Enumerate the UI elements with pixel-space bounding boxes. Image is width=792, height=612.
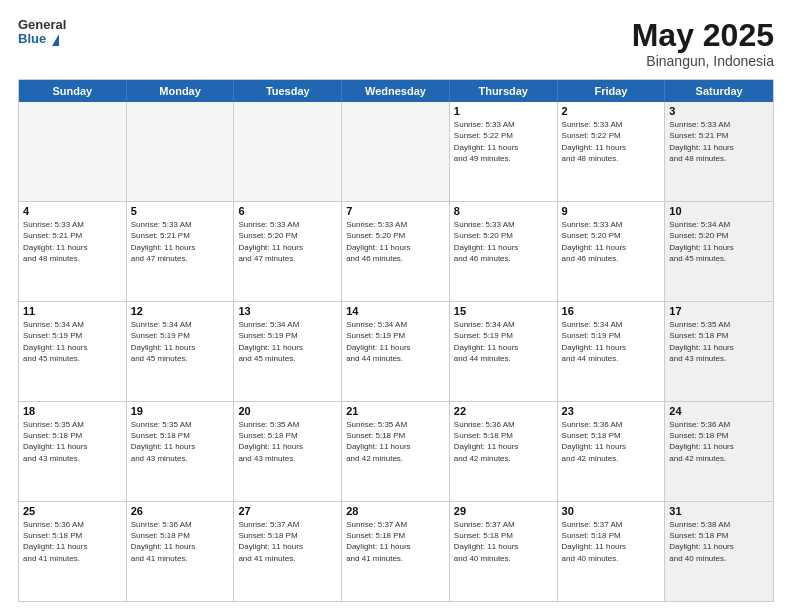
day-info: Sunrise: 5:35 AM Sunset: 5:18 PM Dayligh… [23, 419, 122, 464]
day-number: 28 [346, 505, 445, 517]
day-info: Sunrise: 5:34 AM Sunset: 5:20 PM Dayligh… [669, 219, 769, 264]
day-info: Sunrise: 5:34 AM Sunset: 5:19 PM Dayligh… [346, 319, 445, 364]
day-number: 30 [562, 505, 661, 517]
day-cell-6: 6Sunrise: 5:33 AM Sunset: 5:20 PM Daylig… [234, 202, 342, 301]
day-number: 5 [131, 205, 230, 217]
cal-row-3: 18Sunrise: 5:35 AM Sunset: 5:18 PM Dayli… [19, 402, 773, 502]
header-day-saturday: Saturday [665, 80, 773, 102]
day-cell-22: 22Sunrise: 5:36 AM Sunset: 5:18 PM Dayli… [450, 402, 558, 501]
day-cell-7: 7Sunrise: 5:33 AM Sunset: 5:20 PM Daylig… [342, 202, 450, 301]
header: General Blue May 2025 Binangun, Indonesi… [18, 18, 774, 69]
day-number: 3 [669, 105, 769, 117]
cal-row-0: 1Sunrise: 5:33 AM Sunset: 5:22 PM Daylig… [19, 102, 773, 202]
day-info: Sunrise: 5:37 AM Sunset: 5:18 PM Dayligh… [238, 519, 337, 564]
day-info: Sunrise: 5:34 AM Sunset: 5:19 PM Dayligh… [562, 319, 661, 364]
day-cell-17: 17Sunrise: 5:35 AM Sunset: 5:18 PM Dayli… [665, 302, 773, 401]
day-cell-3: 3Sunrise: 5:33 AM Sunset: 5:21 PM Daylig… [665, 102, 773, 201]
day-cell-29: 29Sunrise: 5:37 AM Sunset: 5:18 PM Dayli… [450, 502, 558, 601]
day-info: Sunrise: 5:33 AM Sunset: 5:20 PM Dayligh… [238, 219, 337, 264]
day-number: 22 [454, 405, 553, 417]
calendar-header: SundayMondayTuesdayWednesdayThursdayFrid… [19, 80, 773, 102]
day-info: Sunrise: 5:35 AM Sunset: 5:18 PM Dayligh… [238, 419, 337, 464]
day-number: 26 [131, 505, 230, 517]
day-info: Sunrise: 5:33 AM Sunset: 5:20 PM Dayligh… [454, 219, 553, 264]
day-cell-18: 18Sunrise: 5:35 AM Sunset: 5:18 PM Dayli… [19, 402, 127, 501]
day-cell-9: 9Sunrise: 5:33 AM Sunset: 5:20 PM Daylig… [558, 202, 666, 301]
day-cell-15: 15Sunrise: 5:34 AM Sunset: 5:19 PM Dayli… [450, 302, 558, 401]
location: Binangun, Indonesia [632, 53, 774, 69]
day-info: Sunrise: 5:33 AM Sunset: 5:20 PM Dayligh… [346, 219, 445, 264]
day-number: 11 [23, 305, 122, 317]
day-number: 14 [346, 305, 445, 317]
day-cell-11: 11Sunrise: 5:34 AM Sunset: 5:19 PM Dayli… [19, 302, 127, 401]
day-number: 31 [669, 505, 769, 517]
day-number: 7 [346, 205, 445, 217]
day-cell-5: 5Sunrise: 5:33 AM Sunset: 5:21 PM Daylig… [127, 202, 235, 301]
day-info: Sunrise: 5:37 AM Sunset: 5:18 PM Dayligh… [346, 519, 445, 564]
header-day-wednesday: Wednesday [342, 80, 450, 102]
day-info: Sunrise: 5:37 AM Sunset: 5:18 PM Dayligh… [562, 519, 661, 564]
day-number: 6 [238, 205, 337, 217]
day-cell-26: 26Sunrise: 5:36 AM Sunset: 5:18 PM Dayli… [127, 502, 235, 601]
logo-general: General [18, 18, 66, 32]
cal-row-4: 25Sunrise: 5:36 AM Sunset: 5:18 PM Dayli… [19, 502, 773, 601]
day-number: 2 [562, 105, 661, 117]
day-cell-30: 30Sunrise: 5:37 AM Sunset: 5:18 PM Dayli… [558, 502, 666, 601]
empty-cell [342, 102, 450, 201]
day-number: 1 [454, 105, 553, 117]
day-number: 21 [346, 405, 445, 417]
day-cell-1: 1Sunrise: 5:33 AM Sunset: 5:22 PM Daylig… [450, 102, 558, 201]
header-day-monday: Monday [127, 80, 235, 102]
day-cell-14: 14Sunrise: 5:34 AM Sunset: 5:19 PM Dayli… [342, 302, 450, 401]
day-number: 19 [131, 405, 230, 417]
day-number: 23 [562, 405, 661, 417]
day-info: Sunrise: 5:33 AM Sunset: 5:21 PM Dayligh… [131, 219, 230, 264]
day-cell-23: 23Sunrise: 5:36 AM Sunset: 5:18 PM Dayli… [558, 402, 666, 501]
day-info: Sunrise: 5:36 AM Sunset: 5:18 PM Dayligh… [562, 419, 661, 464]
day-info: Sunrise: 5:35 AM Sunset: 5:18 PM Dayligh… [131, 419, 230, 464]
day-cell-8: 8Sunrise: 5:33 AM Sunset: 5:20 PM Daylig… [450, 202, 558, 301]
day-cell-12: 12Sunrise: 5:34 AM Sunset: 5:19 PM Dayli… [127, 302, 235, 401]
day-cell-25: 25Sunrise: 5:36 AM Sunset: 5:18 PM Dayli… [19, 502, 127, 601]
empty-cell [19, 102, 127, 201]
day-number: 13 [238, 305, 337, 317]
day-number: 12 [131, 305, 230, 317]
day-number: 24 [669, 405, 769, 417]
page: General Blue May 2025 Binangun, Indonesi… [0, 0, 792, 612]
day-cell-4: 4Sunrise: 5:33 AM Sunset: 5:21 PM Daylig… [19, 202, 127, 301]
day-info: Sunrise: 5:33 AM Sunset: 5:21 PM Dayligh… [669, 119, 769, 164]
day-info: Sunrise: 5:34 AM Sunset: 5:19 PM Dayligh… [23, 319, 122, 364]
header-day-tuesday: Tuesday [234, 80, 342, 102]
calendar: SundayMondayTuesdayWednesdayThursdayFrid… [18, 79, 774, 602]
logo-arrow-icon [52, 34, 59, 46]
month-title: May 2025 [632, 18, 774, 53]
day-cell-2: 2Sunrise: 5:33 AM Sunset: 5:22 PM Daylig… [558, 102, 666, 201]
day-info: Sunrise: 5:35 AM Sunset: 5:18 PM Dayligh… [346, 419, 445, 464]
day-number: 18 [23, 405, 122, 417]
day-info: Sunrise: 5:36 AM Sunset: 5:18 PM Dayligh… [454, 419, 553, 464]
day-cell-19: 19Sunrise: 5:35 AM Sunset: 5:18 PM Dayli… [127, 402, 235, 501]
logo: General Blue [18, 18, 66, 47]
day-cell-24: 24Sunrise: 5:36 AM Sunset: 5:18 PM Dayli… [665, 402, 773, 501]
day-info: Sunrise: 5:33 AM Sunset: 5:22 PM Dayligh… [454, 119, 553, 164]
day-number: 15 [454, 305, 553, 317]
day-info: Sunrise: 5:33 AM Sunset: 5:22 PM Dayligh… [562, 119, 661, 164]
day-info: Sunrise: 5:38 AM Sunset: 5:18 PM Dayligh… [669, 519, 769, 564]
day-info: Sunrise: 5:36 AM Sunset: 5:18 PM Dayligh… [669, 419, 769, 464]
day-info: Sunrise: 5:35 AM Sunset: 5:18 PM Dayligh… [669, 319, 769, 364]
day-number: 16 [562, 305, 661, 317]
day-number: 9 [562, 205, 661, 217]
day-number: 29 [454, 505, 553, 517]
day-info: Sunrise: 5:33 AM Sunset: 5:20 PM Dayligh… [562, 219, 661, 264]
day-cell-16: 16Sunrise: 5:34 AM Sunset: 5:19 PM Dayli… [558, 302, 666, 401]
calendar-body: 1Sunrise: 5:33 AM Sunset: 5:22 PM Daylig… [19, 102, 773, 601]
logo-blue: Blue [18, 32, 66, 46]
day-cell-21: 21Sunrise: 5:35 AM Sunset: 5:18 PM Dayli… [342, 402, 450, 501]
day-info: Sunrise: 5:34 AM Sunset: 5:19 PM Dayligh… [131, 319, 230, 364]
cal-row-1: 4Sunrise: 5:33 AM Sunset: 5:21 PM Daylig… [19, 202, 773, 302]
day-number: 4 [23, 205, 122, 217]
cal-row-2: 11Sunrise: 5:34 AM Sunset: 5:19 PM Dayli… [19, 302, 773, 402]
day-number: 25 [23, 505, 122, 517]
day-info: Sunrise: 5:34 AM Sunset: 5:19 PM Dayligh… [454, 319, 553, 364]
day-cell-10: 10Sunrise: 5:34 AM Sunset: 5:20 PM Dayli… [665, 202, 773, 301]
